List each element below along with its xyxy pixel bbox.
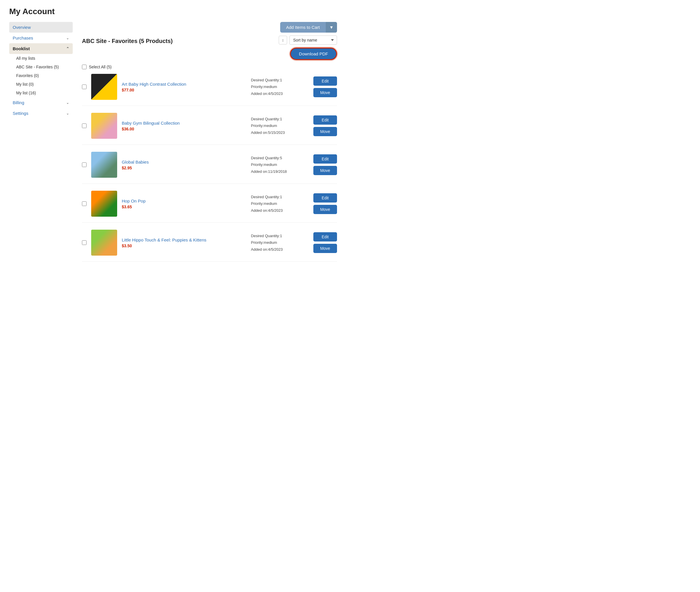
product-price-2: $36.00 — [122, 127, 246, 131]
chevron-up-icon: ⌃ — [66, 46, 69, 51]
add-to-cart-label: Add Items to Cart — [280, 22, 326, 33]
toolbar-right: Add Items to Cart ▼ ↕ Sort by name Sort … — [279, 22, 337, 60]
product-priority-4: Priority:medium — [251, 200, 309, 207]
product-info-2: Baby Gym Bilingual Collection $36.00 — [122, 120, 246, 131]
product-added-on-2: Added on:5/15/2023 — [251, 129, 309, 136]
product-row-5: Little Hippo Touch & Feel: Puppies & Kit… — [82, 230, 337, 262]
move-button-1[interactable]: Move — [313, 88, 337, 97]
sidebar-submenu-booklist: All my lists ABC Site - Favorites (5) Fa… — [9, 54, 73, 97]
select-all-label: Select All (5) — [89, 65, 112, 69]
sidebar-item-my-list-16[interactable]: My list (16) — [13, 89, 73, 97]
product-priority-1: Priority:medium — [251, 83, 309, 90]
product-name-3[interactable]: Global Babies — [122, 159, 246, 164]
product-priority-2: Priority:medium — [251, 122, 309, 129]
move-button-3[interactable]: Move — [313, 166, 337, 175]
product-row-1: Art Baby High Contrast Collection $77.00… — [82, 74, 337, 106]
product-actions-5: Edit Move — [313, 232, 337, 253]
sidebar-item-favorites[interactable]: Favorites (0) — [13, 71, 73, 80]
product-image-4 — [91, 191, 117, 217]
product-priority-3: Priority:medium — [251, 161, 309, 168]
edit-button-4[interactable]: Edit — [313, 193, 337, 202]
product-image-2 — [91, 113, 117, 139]
product-name-1[interactable]: Art Baby High Contrast Collection — [122, 82, 246, 87]
product-row-2: Baby Gym Bilingual Collection $36.00 Des… — [82, 113, 337, 145]
sidebar-item-label-booklist: Booklist — [13, 46, 30, 51]
sort-row: ↕ Sort by name Sort by price Sort by dat… — [279, 36, 337, 45]
product-checkbox-5[interactable] — [82, 240, 87, 245]
select-all-checkbox[interactable] — [82, 65, 87, 69]
product-row-3: Global Babies $2.95 Desired Quantity:5 P… — [82, 152, 337, 184]
sort-select[interactable]: Sort by name Sort by price Sort by date … — [289, 36, 337, 45]
product-info-4: Hop On Pop $3.65 — [122, 198, 246, 209]
sidebar-item-label-purchases: Purchases — [13, 36, 33, 40]
product-meta-2: Desired Quantity:1 Priority:medium Added… — [251, 116, 309, 136]
select-all-row: Select All (5) — [82, 65, 337, 69]
sidebar: Overview Purchases ⌄ Booklist ⌃ All my l… — [9, 22, 73, 262]
add-to-cart-button[interactable]: Add Items to Cart ▼ — [280, 22, 337, 33]
product-actions-1: Edit Move — [313, 77, 337, 97]
sidebar-item-label-overview: Overview — [13, 25, 31, 30]
main-content: ABC Site - Favorites (5 Products) Add It… — [82, 22, 337, 262]
product-actions-2: Edit Move — [313, 115, 337, 136]
sidebar-item-abc-site-favorites[interactable]: ABC Site - Favorites (5) — [13, 63, 73, 71]
product-desired-qty-2: Desired Quantity:1 — [251, 116, 309, 122]
product-checkbox-4[interactable] — [82, 201, 87, 206]
product-image-3 — [91, 152, 117, 178]
product-name-4[interactable]: Hop On Pop — [122, 198, 246, 203]
edit-button-1[interactable]: Edit — [313, 77, 337, 86]
product-price-3: $2.95 — [122, 165, 246, 170]
sort-direction-button[interactable]: ↕ — [279, 36, 287, 44]
product-desired-qty-1: Desired Quantity:1 — [251, 77, 309, 83]
sidebar-item-purchases[interactable]: Purchases ⌄ — [9, 33, 73, 43]
product-price-5: $3.50 — [122, 244, 246, 248]
edit-button-3[interactable]: Edit — [313, 154, 337, 163]
product-desired-qty-3: Desired Quantity:5 — [251, 155, 309, 161]
layout: Overview Purchases ⌄ Booklist ⌃ All my l… — [9, 22, 337, 262]
product-image-5 — [91, 230, 117, 256]
product-desired-qty-4: Desired Quantity:1 — [251, 194, 309, 200]
product-row-4: Hop On Pop $3.65 Desired Quantity:1 Prio… — [82, 191, 337, 223]
download-pdf-button[interactable]: Download PDF — [290, 48, 337, 60]
sidebar-item-settings[interactable]: Settings ⌄ — [9, 108, 73, 118]
chevron-down-icon-settings: ⌄ — [66, 111, 69, 115]
sidebar-item-overview[interactable]: Overview — [9, 22, 73, 33]
product-meta-1: Desired Quantity:1 Priority:medium Added… — [251, 77, 309, 97]
product-checkbox-2[interactable] — [82, 124, 87, 128]
sidebar-item-billing[interactable]: Billing ⌄ — [9, 97, 73, 108]
product-desired-qty-5: Desired Quantity:1 — [251, 233, 309, 239]
product-checkbox-3[interactable] — [82, 162, 87, 167]
move-button-2[interactable]: Move — [313, 127, 337, 136]
sidebar-item-label-billing: Billing — [13, 100, 24, 105]
sidebar-item-label-settings: Settings — [13, 111, 28, 116]
product-priority-5: Priority:medium — [251, 239, 309, 246]
sidebar-item-booklist[interactable]: Booklist ⌃ — [9, 43, 73, 54]
move-button-5[interactable]: Move — [313, 244, 337, 253]
sort-icon: ↕ — [282, 38, 284, 42]
product-info-3: Global Babies $2.95 — [122, 159, 246, 170]
product-actions-3: Edit Move — [313, 154, 337, 175]
sidebar-item-all-my-lists[interactable]: All my lists — [13, 54, 73, 63]
page-title: My Account — [9, 7, 337, 16]
main-header: ABC Site - Favorites (5 Products) Add It… — [82, 22, 337, 60]
sidebar-item-my-list-0[interactable]: My list (0) — [13, 80, 73, 89]
move-button-4[interactable]: Move — [313, 205, 337, 214]
product-name-2[interactable]: Baby Gym Bilingual Collection — [122, 120, 246, 126]
product-list: Art Baby High Contrast Collection $77.00… — [82, 74, 337, 262]
product-name-5[interactable]: Little Hippo Touch & Feel: Puppies & Kit… — [122, 237, 246, 242]
product-added-on-4: Added on:4/5/2023 — [251, 207, 309, 214]
product-image-1 — [91, 74, 117, 100]
product-actions-4: Edit Move — [313, 193, 337, 214]
chevron-down-icon: ⌄ — [66, 36, 69, 40]
product-added-on-5: Added on:4/5/2023 — [251, 246, 309, 253]
edit-button-2[interactable]: Edit — [313, 115, 337, 125]
add-to-cart-dropdown-icon[interactable]: ▼ — [326, 22, 337, 33]
product-meta-3: Desired Quantity:5 Priority:medium Added… — [251, 155, 309, 175]
product-checkbox-1[interactable] — [82, 85, 87, 89]
product-info-5: Little Hippo Touch & Feel: Puppies & Kit… — [122, 237, 246, 248]
product-meta-4: Desired Quantity:1 Priority:medium Added… — [251, 194, 309, 214]
chevron-down-icon-billing: ⌄ — [66, 100, 69, 105]
product-price-1: $77.00 — [122, 88, 246, 92]
product-price-4: $3.65 — [122, 204, 246, 209]
edit-button-5[interactable]: Edit — [313, 232, 337, 242]
product-added-on-1: Added on:4/5/2023 — [251, 90, 309, 97]
